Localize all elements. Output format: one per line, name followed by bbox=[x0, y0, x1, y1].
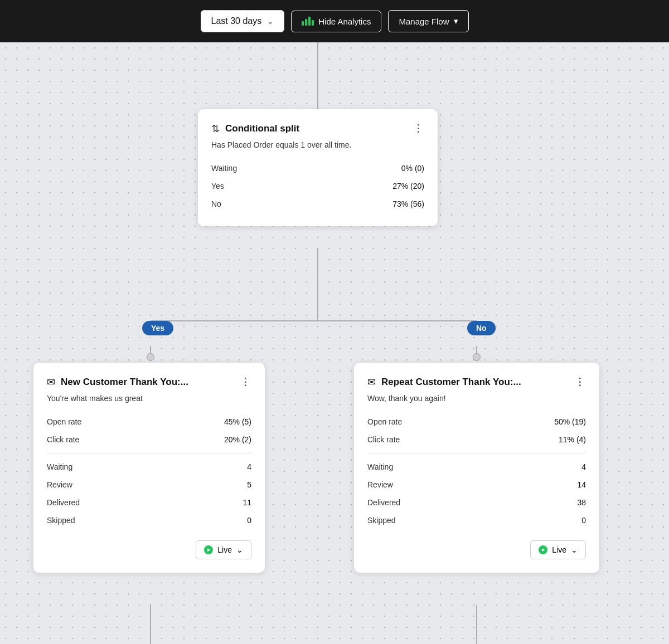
split-card-title: Conditional split bbox=[225, 123, 299, 134]
flow-canvas: ⇅ Conditional split ︙ Has Placed Order e… bbox=[0, 42, 669, 644]
stat-value: 11% (4) bbox=[559, 435, 586, 444]
stat-value: 45% (5) bbox=[224, 417, 251, 426]
stat-label: Skipped bbox=[367, 516, 396, 525]
repeat-customer-delivered-row: Delivered 38 bbox=[367, 494, 586, 511]
repeat-customer-title-group: ✉ Repeat Customer Thank You:... bbox=[367, 376, 521, 388]
analytics-icon bbox=[302, 17, 314, 26]
new-customer-title-group: ✉ New Customer Thank You:... bbox=[47, 376, 188, 388]
stat-label: Waiting bbox=[47, 462, 72, 471]
stat-value: 50% (19) bbox=[554, 417, 586, 426]
yes-branch-label: Yes bbox=[142, 321, 173, 335]
divider bbox=[367, 453, 586, 453]
email-icon: ✉ bbox=[367, 376, 376, 388]
chevron-down-icon: ⌄ bbox=[571, 545, 578, 554]
live-status-icon bbox=[539, 545, 547, 554]
repeat-customer-click-rate-row: Click rate 11% (4) bbox=[367, 431, 586, 448]
new-customer-card-title: New Customer Thank You:... bbox=[61, 377, 188, 388]
no-branch-label: No bbox=[467, 321, 496, 335]
new-customer-queue: Waiting 4 Review 5 Delivered 11 Skipped … bbox=[47, 458, 251, 529]
repeat-customer-menu-button[interactable]: ︙ bbox=[574, 377, 586, 388]
repeat-customer-skipped-row: Skipped 0 bbox=[367, 511, 586, 529]
repeat-customer-card-header: ✉ Repeat Customer Thank You:... ︙ bbox=[367, 376, 586, 388]
stat-value: 0 bbox=[247, 516, 251, 525]
stat-value: 20% (2) bbox=[224, 435, 251, 444]
chevron-down-icon: ▾ bbox=[454, 16, 458, 26]
divider bbox=[47, 453, 251, 453]
email-icon: ✉ bbox=[47, 376, 55, 388]
new-customer-rates: Open rate 45% (5) Click rate 20% (2) bbox=[47, 413, 251, 448]
chevron-down-icon: ⌄ bbox=[236, 545, 243, 554]
stat-value: 0% (0) bbox=[401, 164, 424, 173]
split-card-menu-button[interactable]: ︙ bbox=[413, 123, 424, 134]
header: Last 30 days ⌄ Hide Analytics Manage Flo… bbox=[0, 0, 669, 42]
no-branch-node bbox=[473, 353, 481, 361]
stat-row-waiting: Waiting 0% (0) bbox=[211, 159, 424, 177]
repeat-customer-card-subtitle: Wow, thank you again! bbox=[367, 394, 586, 403]
live-label: Live bbox=[217, 545, 232, 554]
stat-label: Open rate bbox=[47, 417, 81, 426]
stat-label: Waiting bbox=[367, 462, 393, 471]
new-customer-card-subtitle: You're what makes us great bbox=[47, 394, 251, 403]
new-customer-review-row: Review 5 bbox=[47, 476, 251, 494]
stat-label: Skipped bbox=[47, 516, 75, 525]
repeat-customer-live-button[interactable]: Live ⌄ bbox=[530, 540, 586, 559]
split-icon: ⇅ bbox=[211, 123, 220, 135]
repeat-customer-queue: Waiting 4 Review 14 Delivered 38 Skipped… bbox=[367, 458, 586, 529]
manage-flow-button[interactable]: Manage Flow ▾ bbox=[388, 10, 468, 32]
repeat-customer-card: ✉ Repeat Customer Thank You:... ︙ Wow, t… bbox=[354, 363, 599, 573]
hide-analytics-label: Hide Analytics bbox=[318, 17, 371, 26]
stat-label: Delivered bbox=[47, 498, 80, 507]
new-customer-menu-button[interactable]: ︙ bbox=[240, 377, 251, 388]
new-customer-live-button[interactable]: Live ⌄ bbox=[196, 540, 251, 559]
chevron-down-icon: ⌄ bbox=[267, 17, 274, 26]
stat-value: 5 bbox=[247, 480, 251, 489]
hide-analytics-button[interactable]: Hide Analytics bbox=[291, 11, 381, 32]
manage-flow-label: Manage Flow bbox=[399, 17, 449, 26]
yes-branch-node bbox=[147, 353, 154, 361]
stat-value: 4 bbox=[247, 462, 251, 471]
repeat-customer-footer: Live ⌄ bbox=[367, 540, 586, 559]
repeat-customer-open-rate-row: Open rate 50% (19) bbox=[367, 413, 586, 431]
new-customer-delivered-row: Delivered 11 bbox=[47, 494, 251, 511]
stat-value: 38 bbox=[577, 498, 586, 507]
live-status-icon bbox=[204, 545, 213, 554]
repeat-customer-card-title: Repeat Customer Thank You:... bbox=[381, 377, 521, 388]
split-card-title-group: ⇅ Conditional split bbox=[211, 123, 299, 135]
stat-value: 14 bbox=[577, 480, 586, 489]
stat-row-yes: Yes 27% (20) bbox=[211, 177, 424, 195]
stat-label: Click rate bbox=[47, 435, 79, 444]
repeat-customer-review-row: Review 14 bbox=[367, 476, 586, 494]
date-range-picker[interactable]: Last 30 days ⌄ bbox=[201, 10, 285, 32]
new-customer-footer: Live ⌄ bbox=[47, 540, 251, 559]
stat-value: 27% (20) bbox=[392, 182, 424, 191]
split-card-header: ⇅ Conditional split ︙ bbox=[211, 123, 424, 135]
date-range-label: Last 30 days bbox=[211, 16, 262, 26]
split-card-stats: Waiting 0% (0) Yes 27% (20) No 73% (56) bbox=[211, 159, 424, 213]
stat-label: No bbox=[211, 199, 221, 208]
split-card-subtitle: Has Placed Order equals 1 over all time. bbox=[211, 140, 424, 149]
new-customer-card-header: ✉ New Customer Thank You:... ︙ bbox=[47, 376, 251, 388]
new-customer-waiting-row: Waiting 4 bbox=[47, 458, 251, 476]
new-customer-card: ✉ New Customer Thank You:... ︙ You're wh… bbox=[33, 363, 265, 573]
stat-value: 4 bbox=[581, 462, 586, 471]
stat-value: 11 bbox=[243, 498, 251, 507]
stat-label: Review bbox=[367, 480, 393, 489]
repeat-customer-waiting-row: Waiting 4 bbox=[367, 458, 586, 476]
stat-label: Click rate bbox=[367, 435, 400, 444]
stat-label: Delivered bbox=[367, 498, 400, 507]
conditional-split-card: ⇅ Conditional split ︙ Has Placed Order e… bbox=[198, 109, 438, 226]
new-customer-skipped-row: Skipped 0 bbox=[47, 511, 251, 529]
stat-row-no: No 73% (56) bbox=[211, 195, 424, 213]
new-customer-open-rate-row: Open rate 45% (5) bbox=[47, 413, 251, 431]
stat-value: 73% (56) bbox=[392, 199, 424, 208]
live-label: Live bbox=[552, 545, 566, 554]
stat-value: 0 bbox=[581, 516, 586, 525]
stat-label: Review bbox=[47, 480, 72, 489]
stat-label: Waiting bbox=[211, 164, 237, 173]
stat-label: Yes bbox=[211, 182, 224, 191]
stat-label: Open rate bbox=[367, 417, 402, 426]
new-customer-click-rate-row: Click rate 20% (2) bbox=[47, 431, 251, 448]
repeat-customer-rates: Open rate 50% (19) Click rate 11% (4) bbox=[367, 413, 586, 448]
